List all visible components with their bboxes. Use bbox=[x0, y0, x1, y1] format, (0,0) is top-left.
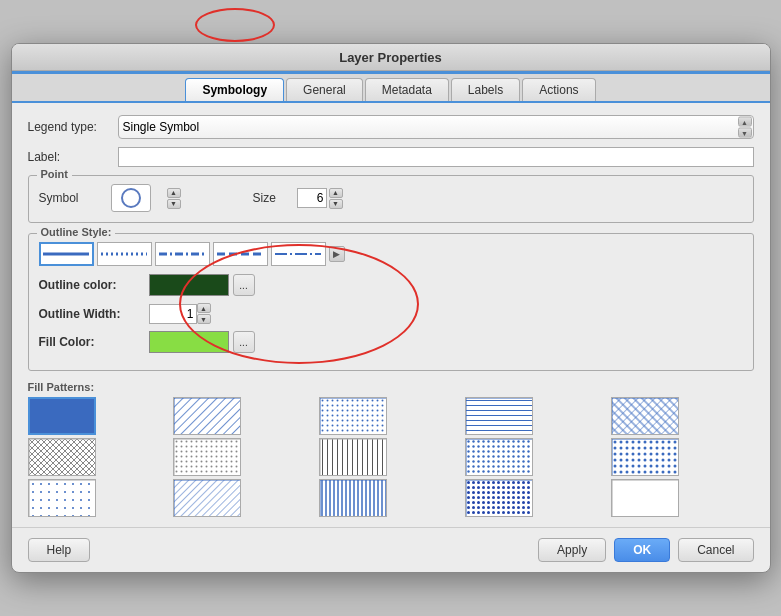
tab-metadata[interactable]: Metadata bbox=[365, 78, 449, 101]
point-group-label: Point bbox=[37, 168, 73, 180]
outline-width-btns: ▲ ▼ bbox=[197, 303, 211, 324]
outline-color-ellipsis-btn[interactable]: ... bbox=[233, 274, 255, 296]
title-bar: Layer Properties bbox=[12, 44, 770, 71]
footer: Help Apply OK Cancel bbox=[12, 527, 770, 572]
outline-style-solid[interactable] bbox=[39, 242, 94, 266]
outline-style-dotted[interactable] bbox=[97, 242, 152, 266]
legend-type-label: Legend type: bbox=[28, 120, 118, 134]
pattern-dots-blue2[interactable] bbox=[611, 438, 679, 476]
outline-width-label: Outline Width: bbox=[39, 307, 149, 321]
outline-width-input[interactable] bbox=[149, 304, 197, 324]
tab-bar: Symbology General Metadata Labels Action… bbox=[12, 74, 770, 103]
size-stepper: ▲ ▼ bbox=[297, 188, 343, 209]
svg-rect-23 bbox=[466, 439, 532, 475]
svg-rect-21 bbox=[320, 439, 386, 475]
pattern-dots-gray[interactable] bbox=[173, 438, 241, 476]
outline-color-label: Outline color: bbox=[39, 278, 149, 292]
svg-rect-19 bbox=[174, 439, 240, 475]
pattern-hlines[interactable] bbox=[465, 397, 533, 435]
patterns-grid bbox=[28, 397, 754, 517]
svg-rect-14 bbox=[612, 398, 678, 434]
longdashdot-line-icon bbox=[273, 245, 323, 263]
label-input[interactable] bbox=[118, 147, 754, 167]
svg-rect-33 bbox=[466, 480, 532, 516]
svg-rect-34 bbox=[612, 480, 678, 516]
pattern-vlines2[interactable] bbox=[319, 479, 387, 517]
symbol-box[interactable] bbox=[111, 184, 151, 212]
footer-actions: Apply OK Cancel bbox=[538, 538, 753, 562]
outline-style-dashdot[interactable] bbox=[155, 242, 210, 266]
pattern-blue-solid2[interactable] bbox=[465, 438, 533, 476]
content-area: Legend type: Single Symbol Unique Value … bbox=[12, 103, 770, 527]
fill-patterns-group: Fill Patterns: bbox=[28, 381, 754, 517]
svg-rect-25 bbox=[612, 439, 678, 475]
symbol-up-btn[interactable]: ▲ bbox=[167, 188, 181, 198]
pattern-vlines[interactable] bbox=[319, 438, 387, 476]
dialog-title: Layer Properties bbox=[339, 50, 442, 65]
outline-style-group: Outline Style: bbox=[28, 233, 754, 371]
outline-style-longdashdot[interactable] bbox=[271, 242, 326, 266]
pattern-hatch-45[interactable] bbox=[173, 397, 241, 435]
symbol-down-btn[interactable]: ▼ bbox=[167, 199, 181, 209]
size-label: Size bbox=[253, 191, 285, 205]
svg-rect-27 bbox=[29, 480, 95, 516]
apply-button[interactable]: Apply bbox=[538, 538, 606, 562]
outline-width-row: Outline Width: ▲ ▼ bbox=[39, 303, 743, 324]
outline-width-up-btn[interactable]: ▲ bbox=[197, 303, 211, 313]
help-button[interactable]: Help bbox=[28, 538, 91, 562]
size-input[interactable] bbox=[297, 188, 327, 208]
tab-labels[interactable]: Labels bbox=[451, 78, 520, 101]
pattern-hatch-dense[interactable] bbox=[173, 479, 241, 517]
svg-rect-9 bbox=[320, 398, 386, 434]
pattern-blue-dark[interactable] bbox=[465, 479, 533, 517]
outline-color-row: Outline color: ... bbox=[39, 274, 743, 296]
symbol-circle-icon bbox=[121, 188, 141, 208]
pattern-cross-hatch[interactable] bbox=[611, 397, 679, 435]
dashed-line-icon bbox=[215, 245, 265, 263]
symbol-label: Symbol bbox=[39, 191, 99, 205]
size-up-btn[interactable]: ▲ bbox=[329, 188, 343, 198]
fill-color-ellipsis-btn[interactable]: ... bbox=[233, 331, 255, 353]
outline-color-swatch[interactable] bbox=[149, 274, 229, 296]
symbol-row: Symbol ▲ ▼ Size ▲ ▼ bbox=[39, 184, 743, 212]
pattern-dots-blue[interactable] bbox=[319, 397, 387, 435]
svg-rect-11 bbox=[466, 398, 532, 434]
pattern-solid-blue[interactable] bbox=[28, 397, 96, 435]
svg-rect-31 bbox=[320, 480, 386, 516]
size-up-down: ▲ ▼ bbox=[329, 188, 343, 209]
fill-color-row: Fill Color: ... bbox=[39, 331, 743, 353]
svg-rect-17 bbox=[29, 439, 95, 475]
fill-color-swatch[interactable] bbox=[149, 331, 229, 353]
symbol-stepper: ▲ ▼ bbox=[167, 188, 181, 209]
outline-width-stepper: ▲ ▼ bbox=[149, 303, 211, 324]
ok-button[interactable]: OK bbox=[614, 538, 670, 562]
props-area: Outline color: ... Outline Width: ▲ ▼ bbox=[39, 274, 743, 353]
fill-patterns-label: Fill Patterns: bbox=[28, 381, 754, 393]
point-group: Point Symbol ▲ ▼ Size ▲ ▼ bbox=[28, 175, 754, 223]
tab-symbology[interactable]: Symbology bbox=[185, 78, 284, 101]
tab-general[interactable]: General bbox=[286, 78, 363, 101]
symbol-up-down: ▲ ▼ bbox=[167, 188, 181, 209]
size-down-btn[interactable]: ▼ bbox=[329, 199, 343, 209]
dotted-line-icon bbox=[99, 245, 149, 263]
pattern-white-solid[interactable] bbox=[611, 479, 679, 517]
solid-line-icon bbox=[41, 245, 91, 263]
outline-style-dashed[interactable] bbox=[213, 242, 268, 266]
dialog: Layer Properties Symbology General Metad… bbox=[11, 43, 771, 573]
pattern-dots-sparse[interactable] bbox=[28, 479, 96, 517]
fill-color-label: Fill Color: bbox=[39, 335, 149, 349]
label-field-label: Label: bbox=[28, 150, 118, 164]
svg-rect-5 bbox=[30, 399, 94, 433]
legend-type-select[interactable]: Single Symbol Unique Value Graduated Sym… bbox=[118, 115, 754, 139]
legend-type-select-wrapper: Single Symbol Unique Value Graduated Sym… bbox=[118, 115, 754, 139]
outline-width-down-btn[interactable]: ▼ bbox=[197, 314, 211, 324]
pattern-cross-hatch2[interactable] bbox=[28, 438, 96, 476]
cancel-button[interactable]: Cancel bbox=[678, 538, 753, 562]
svg-rect-7 bbox=[174, 398, 240, 434]
dashdot-line-icon bbox=[157, 245, 207, 263]
outline-style-label: Outline Style: bbox=[37, 226, 116, 238]
tab-actions[interactable]: Actions bbox=[522, 78, 595, 101]
svg-rect-29 bbox=[174, 480, 240, 516]
scroll-right-btn[interactable]: ▶ bbox=[329, 246, 345, 262]
label-row: Label: bbox=[28, 147, 754, 167]
